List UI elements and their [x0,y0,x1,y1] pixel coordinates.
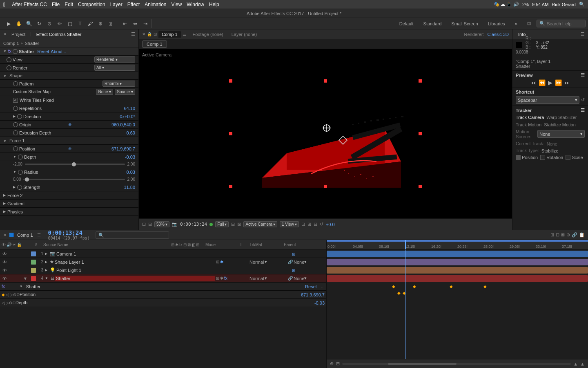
force1-triangle[interactable]: ▼ [3,139,7,143]
zoom-dropdown[interactable]: 50% ▾ [154,221,169,227]
layer-none[interactable]: Layer (none) [232,32,257,37]
bt-icon2[interactable]: ⊟ [336,361,340,366]
shape1-solo[interactable] [16,260,21,265]
dir-value[interactable]: 0x+0.0° [120,114,135,119]
scroll-thumb[interactable] [388,363,457,365]
white-tiles-checkbox[interactable]: ✓ [13,98,18,103]
tl-search[interactable] [96,231,169,239]
str-stopwatch[interactable] [17,185,22,190]
tracker-menu[interactable]: ☰ [581,108,585,113]
ws-expand[interactable]: ⊡ [523,20,535,27]
tool-select[interactable]: ▶ [4,19,13,28]
shatter-bar[interactable] [327,275,588,282]
ext-stopwatch[interactable] [13,130,18,135]
shatter-audio[interactable] [9,276,14,281]
pattern-dropdown[interactable]: Rhombi ▾ [102,81,135,87]
project-panel-close[interactable]: ✕ [3,32,7,36]
playhead[interactable] [405,240,406,249]
force2-triangle[interactable]: ▶ [3,193,6,197]
comp1-subtab[interactable]: Comp 1 [142,40,167,48]
shatter-triangle[interactable]: ▼ [3,49,7,53]
tl-time[interactable]: 0;00;13;24 [48,229,90,236]
handle-br[interactable] [419,185,422,188]
prev-first[interactable]: ⏮ [530,79,536,86]
shape1-lock[interactable] [22,260,28,265]
rad-stopwatch[interactable] [18,170,23,175]
kf3[interactable]: ◆ [450,284,453,289]
ws-small-screen[interactable]: Small Screen [447,20,482,27]
cam1-bar[interactable] [327,251,588,257]
tool-align-center[interactable]: ⇔ [131,19,140,28]
ws-standard[interactable]: Standard [419,20,446,27]
dir-stopwatch[interactable] [17,114,22,119]
handle-tl[interactable] [229,79,232,83]
cam1-solo[interactable] [16,251,21,256]
light1-bar[interactable] [327,267,588,274]
footage-none[interactable]: Footage (none) [193,32,223,37]
search-icon[interactable]: 🔍 [579,2,585,7]
shape-triangle[interactable]: ▼ [3,74,7,78]
shatter-reset[interactable]: Reset [38,49,49,54]
viewer-fit-icon[interactable]: ⊞ [148,222,152,227]
shatter-solo[interactable] [16,276,21,281]
light1-expand[interactable]: ▶ [45,268,47,272]
rad-value[interactable]: 0.03 [127,170,135,175]
dep-nav-right[interactable]: ▷ [6,301,9,305]
handle-bl[interactable] [229,185,232,188]
motion-source-dropdown[interactable]: None ▾ [537,130,585,138]
cam1-audio[interactable] [9,251,14,256]
tab-effect-controls[interactable]: Effect Controls Shatter [34,31,84,38]
fx-dots[interactable]: ... [321,284,325,289]
handle-mt[interactable] [324,79,327,83]
shape1-audio[interactable] [9,260,14,265]
depth-stopwatch[interactable] [18,155,23,159]
scroll-bar[interactable] [342,363,571,365]
search-help-box[interactable]: 🔍 Search Help [537,20,586,27]
ws-overflow[interactable]: » [511,20,521,27]
shape1-parent[interactable]: 🔗 None ▾ [288,259,325,265]
render-dropdown[interactable]: All ▾ [94,65,135,71]
shortcut-dropdown[interactable]: Spacebar ▾ [516,96,579,104]
custom-map-dropdown1[interactable]: None ▾ [96,89,113,95]
bt-icon4[interactable]: ▲ [580,361,585,366]
render-stopwatch[interactable] [7,65,11,70]
tool-pen[interactable]: ✏ [55,19,64,28]
cam1-vis[interactable]: 👁 [2,251,7,256]
tool-brush[interactable]: 🖌 [86,19,95,28]
track-camera-btn[interactable]: Track Camera [516,114,544,120]
tool-camera-orbit[interactable]: ⊙ [45,19,54,28]
handle-tr[interactable] [419,79,422,83]
breadcrumb-comp[interactable]: Comp 1 [3,41,19,46]
depth-triangle[interactable]: ▼ [13,155,16,159]
tool-align-left[interactable]: ⇤ [120,19,129,28]
position-checkbox[interactable] [516,155,521,160]
kf1[interactable]: ◆ [392,284,395,289]
ws-default[interactable]: Default [395,20,418,27]
ws-libraries[interactable]: Libraries [484,20,509,27]
pos-value[interactable]: 671.9,690.7 [111,146,135,151]
pos-stopwatch[interactable] [13,146,18,151]
menu-window[interactable]: Window [187,2,204,7]
fx-reset[interactable]: Reset [305,284,317,289]
tl-close[interactable]: ✕ [3,233,7,237]
panel-menu-icon[interactable]: ☰ [131,31,135,37]
light1-audio[interactable] [9,268,14,273]
scale-checkbox[interactable] [566,155,570,160]
phys-triangle[interactable]: ▶ [3,210,6,213]
cam1-lock[interactable] [22,251,28,256]
menu-help[interactable]: Help [209,2,219,7]
camera-dropdown[interactable]: Active Camera ▾ [243,221,277,227]
tl-icon1[interactable]: ⊞ [550,232,554,238]
rep-stopwatch[interactable] [13,106,18,111]
bt-icon1[interactable]: ⊕ [330,361,334,366]
shape1-vis[interactable]: 👁 [2,260,7,265]
menu-layer[interactable]: Layer [110,2,122,7]
cam1-name[interactable]: Camera 1 [56,251,291,256]
tl-icon2[interactable]: ⊟ [556,232,559,238]
radius-slider[interactable] [23,179,125,180]
shape1-expand[interactable]: ▶ [45,260,47,264]
menu-file[interactable]: File [52,2,60,7]
kf6[interactable]: ◆ [403,291,406,295]
shatter-name[interactable]: Shatter [55,276,215,281]
shape1-mode[interactable]: Normal ▾ [249,259,278,265]
